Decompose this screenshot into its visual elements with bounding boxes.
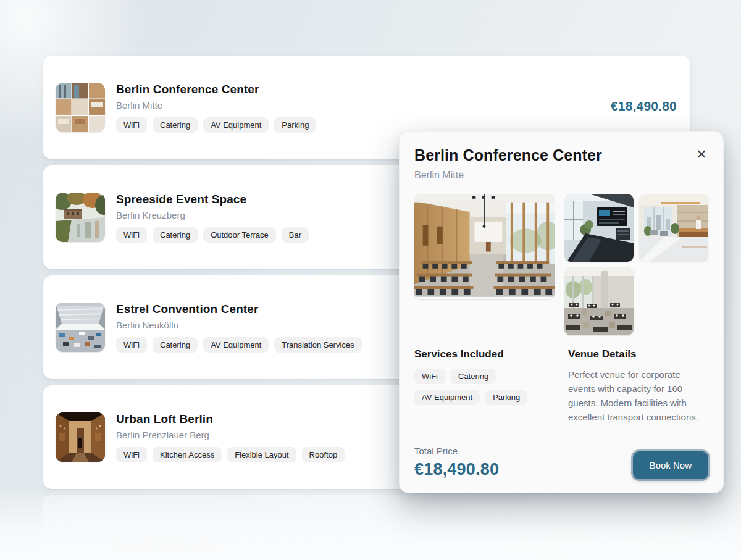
total-price-label: Total Price bbox=[414, 446, 499, 456]
venue-booking-page: Berlin Conference Center Berlin Mitte Wi… bbox=[0, 0, 741, 560]
services-included-heading: Services Included bbox=[414, 348, 558, 361]
amenity-tag: Catering bbox=[153, 227, 198, 243]
restaurant-photo bbox=[564, 267, 634, 335]
amenity-tag: Catering bbox=[153, 117, 198, 133]
amenity-tags: WiFi Catering AV Equipment Parking bbox=[116, 117, 598, 133]
venue-details-text: Perfect venue for corporate events with … bbox=[568, 367, 708, 424]
total-price-value: €18,490.80 bbox=[414, 460, 499, 479]
venue-thumbnail-collage-image bbox=[56, 83, 105, 132]
amenity-tag: Outdoor Terrace bbox=[203, 227, 276, 243]
lobby-photo bbox=[639, 194, 708, 262]
amenity-tag: Bar bbox=[282, 227, 309, 243]
venue-name: Berlin Conference Center bbox=[116, 83, 598, 96]
amenity-tag: WiFi bbox=[116, 447, 147, 462]
amenity-tag: AV Equipment bbox=[203, 117, 269, 133]
service-tag: AV Equipment bbox=[414, 390, 480, 405]
close-icon[interactable]: ✕ bbox=[693, 146, 710, 162]
venue-name: Grand Hotel Berlin bbox=[116, 540, 677, 554]
venue-price: €18,490.80 bbox=[611, 99, 677, 114]
venue-detail-modal: ✕ Berlin Conference Center Berlin Mitte bbox=[399, 131, 724, 493]
amenity-tag: Rooftop bbox=[302, 447, 345, 462]
venue-location: Berlin Mitte bbox=[116, 100, 598, 111]
service-tag: Parking bbox=[485, 390, 527, 405]
amenity-tag: Parking bbox=[274, 117, 316, 133]
gallery-side-photos bbox=[564, 194, 708, 335]
amenity-tag: Catering bbox=[153, 337, 198, 353]
amenity-tag: WiFi bbox=[116, 337, 147, 353]
venue-thumbnail-riverside-image bbox=[56, 193, 105, 242]
venue-details-heading: Venue Details bbox=[568, 348, 708, 361]
modal-title: Berlin Conference Center bbox=[414, 146, 708, 164]
meeting-room-photo bbox=[564, 194, 634, 262]
total-price-block: Total Price €18,490.80 bbox=[414, 446, 499, 479]
amenity-tag: WiFi bbox=[116, 117, 147, 133]
service-tag: WiFi bbox=[414, 369, 445, 384]
venue-thumbnail-exhibition-hall-image bbox=[56, 303, 105, 352]
main-hall-photo bbox=[414, 194, 555, 299]
venue-thumbnail-placeholder bbox=[56, 537, 105, 558]
amenity-tag: AV Equipment bbox=[203, 337, 269, 353]
photo-gallery bbox=[414, 194, 708, 335]
venue-thumbnail-loft-image bbox=[56, 412, 105, 462]
venue-card-grand-hotel-berlin[interactable]: Grand Hotel Berlin bbox=[43, 495, 690, 560]
amenity-tag: Translation Services bbox=[274, 337, 361, 353]
book-now-button[interactable]: Book Now bbox=[633, 451, 708, 479]
service-tag: Catering bbox=[451, 369, 496, 384]
services-pills: WiFi Catering AV Equipment Parking bbox=[414, 369, 558, 405]
amenity-tag: Kitchen Access bbox=[153, 447, 222, 462]
amenity-tag: Flexible Layout bbox=[227, 447, 296, 462]
modal-subtitle: Berlin Mitte bbox=[414, 170, 708, 181]
amenity-tag: WiFi bbox=[116, 227, 147, 243]
